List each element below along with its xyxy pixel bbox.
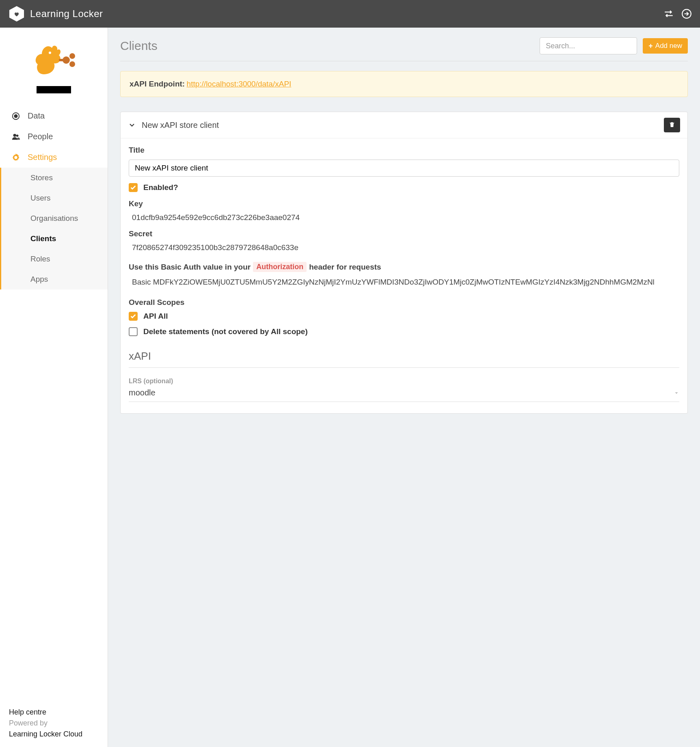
auth-instruction: Use this Basic Auth value in your Author… [129,262,679,272]
swap-icon[interactable] [663,9,674,19]
delete-button[interactable] [664,118,680,132]
xapi-section-title: xAPI [129,350,679,367]
lrs-label: LRS (optional) [129,378,679,385]
svg-marker-12 [675,392,678,394]
nav-settings[interactable]: Settings [0,147,108,168]
subnav-organisations[interactable]: Organisations [1,208,108,229]
sidebar-footer: Help centre Powered by Learning Locker C… [0,700,108,747]
panel-body: Title Enabled? Key 01dcfb9a9254e592e9cc6… [121,138,687,413]
powered-by: Powered by [9,718,99,729]
nav-label: Data [28,111,45,121]
page-actions: + Add new [540,37,688,54]
sidebar: Data People Settings Stores Users Organi… [0,28,108,747]
auth-suffix: header for requests [309,263,381,272]
title-input[interactable] [129,160,679,177]
page-title: Clients [120,39,158,53]
sidebar-top [0,28,108,97]
org-name-redacted [37,86,71,93]
logo-hexagon-icon [8,5,25,22]
header-divider [120,61,688,61]
brand-name: Learning Locker [30,8,103,19]
client-panel: New xAPI store client Title Enabled? [120,112,688,414]
lrs-select[interactable]: moodle [129,388,679,402]
subnav-stores[interactable]: Stores [1,168,108,188]
caret-down-icon [674,390,679,396]
svg-point-8 [14,114,17,117]
svg-point-10 [16,134,18,137]
scope-all-checkbox[interactable] [129,312,138,321]
secret-value: 7f20865274f309235100b3c2879728648a0c633e [129,243,679,252]
cloud-link[interactable]: Learning Locker Cloud [9,730,82,738]
secret-label: Secret [129,229,679,238]
key-value: 01dcfb9a9254e592e9cc6db273c226be3aae0274 [129,213,679,222]
endpoint-banner: xAPI Endpoint: http://localhost:3000/dat… [120,71,688,97]
plus-icon: + [648,42,653,50]
header-right [663,9,692,19]
nav-label: Settings [28,153,57,162]
nav-people[interactable]: People [0,126,108,147]
chevron-down-icon [128,121,136,129]
enabled-checkbox[interactable] [129,183,138,192]
scope-delete-label: Delete statements (not covered by All sc… [143,327,308,336]
endpoint-label: xAPI Endpoint: [130,80,185,88]
subnav-clients[interactable]: Clients [1,229,108,249]
nav-data[interactable]: Data [0,106,108,126]
svg-point-11 [15,156,17,159]
help-link[interactable]: Help centre [9,708,46,716]
svg-rect-6 [59,59,65,61]
scopes-label: Overall Scopes [129,298,679,307]
logout-icon[interactable] [681,9,692,19]
enabled-label: Enabled? [143,183,178,192]
basic-auth-value: Basic MDFkY2ZiOWE5MjU0ZTU5MmU5Y2M2ZGIyNz… [129,278,679,287]
key-label: Key [129,199,679,208]
nav-label: People [28,132,53,141]
target-icon [11,112,20,121]
endpoint-url[interactable]: http://localhost:3000/data/xAPI [187,80,292,88]
panel-header-left: New xAPI store client [128,121,219,130]
sidebar-nav: Data People Settings Stores Users Organi… [0,106,108,700]
search-input[interactable] [540,37,637,54]
scope-all-row: API All [129,312,679,321]
svg-point-5 [69,53,75,59]
scope-delete-checkbox[interactable] [129,327,138,336]
svg-point-4 [69,61,75,67]
auth-prefix: Use this Basic Auth value in your [129,263,251,272]
scope-delete-row: Delete statements (not covered by All sc… [129,327,679,336]
page-header: Clients + Add new [120,37,688,54]
gear-icon [11,153,20,162]
subnav-roles[interactable]: Roles [1,249,108,269]
main-content: Clients + Add new xAPI Endpoint: http://… [108,28,700,747]
add-label: Add new [655,42,682,50]
subnav-apps[interactable]: Apps [1,269,108,289]
trash-icon [669,121,675,129]
app-header: Learning Locker [0,0,700,28]
auth-code-badge: Authorization [253,262,307,272]
org-logo [30,36,78,84]
subnav-users[interactable]: Users [1,188,108,208]
lrs-value: moodle [129,388,156,397]
header-left: Learning Locker [8,5,103,22]
xapi-divider [129,367,679,368]
svg-point-9 [13,134,16,136]
panel-title: New xAPI store client [142,121,219,130]
enabled-row: Enabled? [129,183,679,192]
svg-point-2 [49,52,51,54]
panel-header[interactable]: New xAPI store client [121,112,687,138]
settings-subnav: Stores Users Organisations Clients Roles… [0,168,108,289]
people-icon [11,132,20,141]
scope-all-label: API All [143,312,168,321]
title-label: Title [129,146,679,155]
add-new-button[interactable]: + Add new [643,38,688,54]
